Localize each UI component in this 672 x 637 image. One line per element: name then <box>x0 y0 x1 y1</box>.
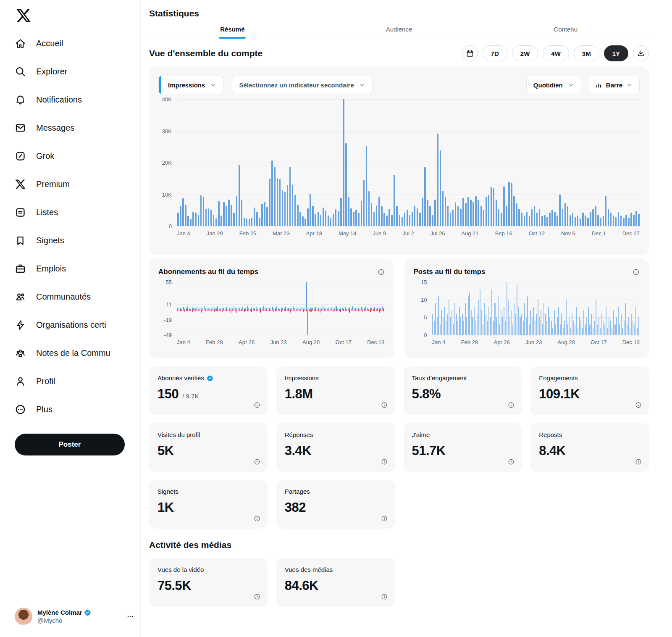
sidebar-item-explorer[interactable]: Explorer <box>15 58 140 86</box>
bar <box>496 200 497 226</box>
more-icon[interactable] <box>126 612 134 621</box>
info-icon[interactable] <box>381 402 388 408</box>
info-icon[interactable] <box>254 515 260 522</box>
bar <box>233 213 235 226</box>
bar-loss <box>269 310 270 312</box>
sidebar-item-listes[interactable]: Listes <box>15 198 140 226</box>
tab-audience[interactable]: Audience <box>316 20 483 39</box>
x-tick-label: Aug 20 <box>302 339 320 345</box>
info-icon[interactable] <box>254 593 260 600</box>
bar <box>604 324 605 335</box>
sidebar-item-signets[interactable]: Signets <box>15 226 140 255</box>
post-button[interactable]: Poster <box>15 434 125 455</box>
sidebar-item-plus[interactable]: Plus <box>15 395 140 424</box>
chevron-down-icon <box>210 82 216 88</box>
bar-loss <box>253 310 254 311</box>
sidebar-item-communautes[interactable]: Communautés <box>15 283 140 311</box>
sidebar-item-profil[interactable]: Profil <box>15 367 140 395</box>
x-logo[interactable] <box>16 8 32 24</box>
bar <box>635 307 636 335</box>
overview-chart-panel: Impressions Sélectionnez un indicateur s… <box>149 67 649 255</box>
bar <box>580 218 581 226</box>
bar <box>512 324 513 335</box>
bar-loss <box>184 310 185 312</box>
bar <box>552 328 553 335</box>
bar <box>432 314 433 335</box>
granularity-select[interactable]: Quotidien <box>526 76 581 94</box>
bar-gain <box>266 308 267 310</box>
secondary-metric-select[interactable]: Sélectionnez un indicateur secondaire <box>232 76 372 94</box>
bar <box>454 303 455 335</box>
bar-gain <box>235 308 236 310</box>
bar <box>615 217 617 226</box>
bar <box>472 202 474 226</box>
bar-loss <box>371 310 372 311</box>
info-icon[interactable] <box>381 593 388 600</box>
bar-loss <box>339 310 340 311</box>
bar <box>383 213 385 226</box>
sidebar-item-notes-communaute[interactable]: Notes de la Commu <box>15 339 140 367</box>
sidebar-item-label: Notes de la Commu <box>36 348 110 358</box>
tab-contenu[interactable]: Contenu <box>482 20 649 39</box>
bar <box>638 317 639 335</box>
bar <box>460 317 461 335</box>
bar <box>328 216 329 226</box>
bar-loss <box>214 310 215 312</box>
bar <box>475 321 476 335</box>
bar <box>587 218 589 226</box>
bar <box>274 167 276 226</box>
bar <box>488 195 490 226</box>
bar <box>320 215 322 226</box>
bar-loss <box>296 310 297 311</box>
sidebar-item-messages[interactable]: Messages <box>15 114 140 142</box>
sidebar-item-accueil[interactable]: Accueil <box>15 29 140 58</box>
range-2w[interactable]: 2W <box>512 45 538 61</box>
bar <box>409 215 411 226</box>
bar <box>203 197 205 226</box>
x-tick-label: Jan 4 <box>432 339 446 345</box>
bar-loss <box>361 310 362 311</box>
info-icon[interactable] <box>633 268 640 276</box>
sidebar-item-emplois[interactable]: Emplois <box>15 255 140 283</box>
bar-loss <box>370 310 371 312</box>
range-4w[interactable]: 4W <box>543 45 569 61</box>
chart-type-select[interactable]: Barre <box>588 76 640 94</box>
bar <box>460 209 462 226</box>
range-7d[interactable]: 7D <box>483 45 507 61</box>
envelope-icon <box>15 122 26 134</box>
bar <box>231 205 232 226</box>
tab-resume[interactable]: Résumé <box>149 20 316 39</box>
info-icon[interactable] <box>378 268 385 276</box>
bar-gain <box>197 307 197 310</box>
secondary-metric-placeholder: Sélectionnez un indicateur secondaire <box>239 82 354 89</box>
bar-loss <box>374 310 375 312</box>
info-icon[interactable] <box>635 402 642 408</box>
info-icon[interactable] <box>508 402 514 408</box>
bar <box>527 296 528 335</box>
profile-menu[interactable]: Mylène Colmar @Mycho <box>15 608 134 625</box>
sidebar-item-notifications[interactable]: Notifications <box>15 86 140 114</box>
info-icon[interactable] <box>254 458 260 465</box>
info-icon[interactable] <box>254 402 260 408</box>
info-icon[interactable] <box>508 458 514 465</box>
x-tick-label: Dec 13 <box>367 339 384 345</box>
bar-gain <box>302 307 302 310</box>
sidebar-item-premium[interactable]: Premium <box>15 170 140 198</box>
download-button[interactable] <box>633 45 649 61</box>
sidebar-item-grok[interactable]: Grok <box>15 142 140 170</box>
range-1y[interactable]: 1Y <box>604 45 628 61</box>
info-icon[interactable] <box>635 458 642 465</box>
bar-gain <box>296 308 297 310</box>
tab-label: Contenu <box>554 26 578 33</box>
range-3m[interactable]: 3M <box>574 45 599 61</box>
stat-value: 3.4K <box>285 443 311 458</box>
info-icon[interactable] <box>381 458 388 465</box>
stat-label: Vues de la vidéo <box>158 566 204 573</box>
calendar-button[interactable] <box>462 45 478 61</box>
x-tick-label: Jan 29 <box>207 230 223 237</box>
primary-metric-select[interactable]: Impressions <box>158 76 223 94</box>
sidebar-item-organisations-certifiees[interactable]: Organisations certi <box>15 311 140 339</box>
info-icon[interactable] <box>381 515 388 522</box>
bar-loss <box>263 310 264 311</box>
bar <box>554 310 555 335</box>
